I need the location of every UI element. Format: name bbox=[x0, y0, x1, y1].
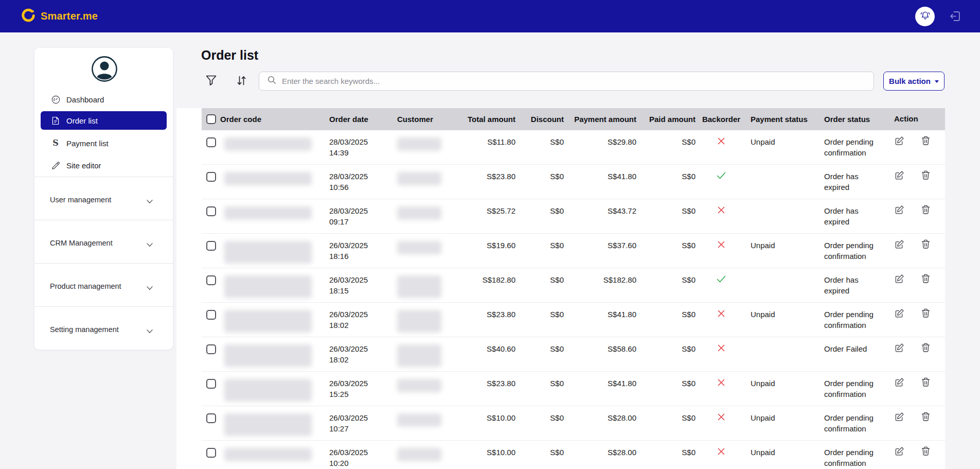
filter-button[interactable] bbox=[205, 75, 219, 88]
sidebar-item-label: Payment list bbox=[66, 139, 109, 148]
delete-order-button[interactable] bbox=[920, 205, 931, 215]
delete-order-button[interactable] bbox=[920, 239, 931, 250]
row-checkbox[interactable] bbox=[206, 137, 216, 147]
payment-amount-cell: S$29.80 bbox=[564, 130, 639, 164]
order-code-cell bbox=[220, 199, 328, 233]
sidebar-section-user-management[interactable]: User management bbox=[34, 190, 174, 209]
sidebar-section-crm-management[interactable]: CRM Management bbox=[34, 234, 174, 252]
order-status: Order pending confirmation bbox=[824, 447, 878, 468]
column-header-order-status: Order status bbox=[820, 108, 890, 130]
order-status-cell: Order Failed bbox=[820, 337, 890, 371]
total-amount-cell: S$10.00 bbox=[463, 406, 516, 440]
edit-order-button[interactable] bbox=[894, 170, 904, 181]
sidebar-item-order-list[interactable]: Order list bbox=[41, 111, 167, 130]
customer-cell bbox=[391, 406, 463, 440]
order-code-redacted bbox=[224, 344, 312, 367]
row-checkbox[interactable] bbox=[206, 206, 216, 216]
edit-order-button[interactable] bbox=[894, 412, 904, 422]
delete-order-button[interactable] bbox=[920, 308, 931, 319]
discount-cell: S$0 bbox=[516, 406, 564, 440]
search-bar bbox=[259, 72, 874, 91]
sidebar-item-payment-list[interactable]: S Payment list bbox=[41, 134, 167, 152]
customer-redacted bbox=[397, 241, 441, 254]
edit-order-button[interactable] bbox=[894, 308, 904, 319]
row-select-cell bbox=[202, 303, 220, 337]
sidebar-item-dashboard[interactable]: Dashboard bbox=[41, 90, 167, 109]
order-time: 18:02 bbox=[329, 355, 391, 366]
edit-order-button[interactable] bbox=[894, 446, 904, 457]
sidebar: Dashboard Order list S Payment list Site… bbox=[34, 47, 173, 350]
row-select-cell bbox=[202, 165, 220, 199]
payment-amount-cell: S$28.00 bbox=[564, 441, 639, 469]
sidebar-item-label: Site editor bbox=[66, 161, 101, 170]
logout-button[interactable] bbox=[949, 10, 963, 23]
edit-order-button[interactable] bbox=[894, 377, 904, 388]
payment-status-cell: Unpaid bbox=[746, 441, 820, 469]
user-avatar[interactable] bbox=[91, 56, 118, 82]
edit-order-button[interactable] bbox=[894, 136, 904, 146]
sidebar-divider bbox=[34, 263, 174, 264]
table-row: 28/03/202510:56S$23.80S$0S$41.80S$0Order… bbox=[202, 165, 945, 199]
edit-pencil-icon bbox=[895, 346, 904, 354]
sidebar-section-label: Setting management bbox=[50, 325, 119, 334]
backorder-cell bbox=[697, 199, 746, 233]
delete-order-button[interactable] bbox=[920, 377, 931, 388]
row-checkbox[interactable] bbox=[206, 275, 216, 285]
row-checkbox[interactable] bbox=[206, 448, 216, 458]
cross-icon bbox=[717, 138, 725, 147]
customer-redacted bbox=[397, 275, 441, 298]
total-amount-cell: S$19.60 bbox=[463, 234, 516, 268]
row-checkbox[interactable] bbox=[206, 172, 216, 182]
row-checkbox[interactable] bbox=[206, 379, 216, 389]
payment-amount-cell: S$41.80 bbox=[564, 303, 639, 337]
delete-order-button[interactable] bbox=[920, 343, 931, 353]
edit-order-button[interactable] bbox=[894, 239, 904, 250]
order-status-cell: Order pending confirmation bbox=[820, 234, 890, 268]
row-checkbox[interactable] bbox=[206, 310, 216, 320]
edit-pencil-icon bbox=[895, 277, 904, 285]
edit-pencil-icon bbox=[895, 174, 904, 182]
customer-cell bbox=[391, 199, 463, 233]
order-code-cell bbox=[220, 130, 328, 164]
edit-order-button[interactable] bbox=[894, 205, 904, 215]
discount-cell: S$0 bbox=[516, 372, 564, 406]
paid-amount-cell: S$0 bbox=[639, 337, 697, 371]
edit-pencil-icon bbox=[895, 209, 904, 216]
order-time: 18:16 bbox=[329, 251, 391, 262]
row-checkbox[interactable] bbox=[206, 241, 216, 251]
total-amount-cell: S$23.80 bbox=[463, 303, 516, 337]
bulk-action-button[interactable]: Bulk action bbox=[883, 72, 945, 91]
payment-status-cell bbox=[746, 165, 820, 199]
sidebar-item-site-editor[interactable]: Site editor bbox=[41, 156, 167, 175]
sidebar-section-setting-management[interactable]: Setting management bbox=[34, 320, 174, 339]
table-row: 28/03/202509:17S$25.72S$0S$43.72S$0Order… bbox=[202, 199, 945, 234]
payment-amount-cell: S$58.60 bbox=[564, 337, 639, 371]
delete-order-button[interactable] bbox=[920, 170, 931, 181]
edit-order-button[interactable] bbox=[894, 274, 904, 284]
sidebar-section-product-management[interactable]: Product management bbox=[34, 277, 174, 296]
row-checkbox[interactable] bbox=[206, 344, 216, 354]
customer-redacted bbox=[397, 448, 441, 461]
delete-order-button[interactable] bbox=[920, 136, 931, 146]
table-row: 26/03/202518:15S$182.80S$0S$182.80S$0Ord… bbox=[202, 268, 945, 303]
delete-order-button[interactable] bbox=[920, 446, 931, 457]
edit-order-button[interactable] bbox=[894, 343, 904, 353]
edit-icon bbox=[50, 161, 61, 170]
customer-redacted bbox=[397, 310, 441, 333]
delete-order-button[interactable] bbox=[920, 412, 931, 422]
notifications-button[interactable] bbox=[915, 7, 935, 26]
row-checkbox[interactable] bbox=[206, 413, 216, 423]
sort-button[interactable] bbox=[236, 75, 250, 88]
search-input[interactable] bbox=[282, 77, 838, 85]
discount-cell: S$0 bbox=[516, 441, 564, 469]
action-cell bbox=[890, 303, 945, 337]
customer-redacted bbox=[397, 379, 441, 392]
sidebar-item-label: Order list bbox=[66, 116, 98, 125]
customer-cell bbox=[391, 441, 463, 469]
customer-cell bbox=[391, 268, 463, 302]
select-all-checkbox[interactable] bbox=[206, 114, 216, 124]
brand-logo[interactable]: Smarter.me bbox=[21, 0, 98, 32]
delete-order-button[interactable] bbox=[920, 274, 931, 284]
total-amount-cell: S$10.00 bbox=[463, 441, 516, 469]
payment-amount-cell: S$41.80 bbox=[564, 165, 639, 199]
